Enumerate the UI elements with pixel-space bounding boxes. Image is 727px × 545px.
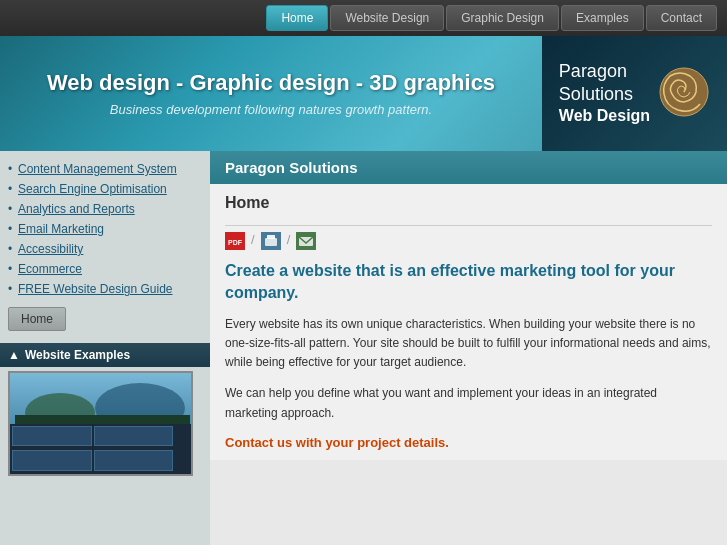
sidebar-link-accessibility[interactable]: Accessibility bbox=[0, 239, 210, 259]
content-action-icons: PDF / / bbox=[225, 232, 712, 250]
main-area: Content Management System Search Engine … bbox=[0, 151, 727, 545]
header-logo: Paragon Solutions Web Design bbox=[542, 36, 727, 151]
nav-tab-contact[interactable]: Contact bbox=[646, 5, 717, 31]
content-paragraph-2: We can help you define what you want and… bbox=[225, 384, 712, 422]
header-text-area: Web design - Graphic design - 3D graphic… bbox=[0, 60, 542, 127]
thumb-block-2 bbox=[94, 426, 174, 447]
examples-header-label: Website Examples bbox=[25, 348, 130, 362]
sidebar-link-email[interactable]: Email Marketing bbox=[0, 219, 210, 239]
logo-spiral-icon bbox=[658, 66, 710, 121]
separator-slash-1: / bbox=[251, 232, 255, 250]
thumb-block-3 bbox=[12, 450, 92, 471]
content-body: Home PDF / / Create a website that is an… bbox=[210, 184, 727, 460]
content-section-header: Paragon Solutions bbox=[210, 151, 727, 184]
divider bbox=[225, 225, 712, 226]
content-area: Paragon Solutions Home PDF / / Create a … bbox=[210, 151, 727, 545]
svg-rect-4 bbox=[15, 415, 190, 424]
sidebar-link-ecommerce[interactable]: Ecommerce bbox=[0, 259, 210, 279]
logo-paragon: Paragon bbox=[559, 60, 650, 83]
content-headline: Create a website that is an effective ma… bbox=[225, 260, 712, 305]
website-examples-header: ▲ Website Examples bbox=[0, 343, 210, 367]
print-icon[interactable] bbox=[261, 232, 281, 250]
header-banner: Web design - Graphic design - 3D graphic… bbox=[0, 36, 727, 151]
thumb-block-1 bbox=[12, 426, 92, 447]
example-thumbnail[interactable] bbox=[8, 371, 193, 476]
content-cta[interactable]: Contact us with your project details. bbox=[225, 435, 712, 450]
nav-tab-graphic-design[interactable]: Graphic Design bbox=[446, 5, 559, 31]
nav-tab-home[interactable]: Home bbox=[266, 5, 328, 31]
svg-text:PDF: PDF bbox=[228, 239, 243, 246]
separator-slash-2: / bbox=[287, 232, 291, 250]
section-title-text: Paragon Solutions bbox=[225, 159, 358, 176]
thumbnail-bottom bbox=[10, 424, 191, 475]
sidebar-links-list: Content Management System Search Engine … bbox=[0, 159, 210, 299]
thumbnail-top bbox=[10, 373, 191, 424]
logo-inner: Paragon Solutions Web Design bbox=[559, 60, 710, 128]
nav-tab-examples[interactable]: Examples bbox=[561, 5, 644, 31]
svg-rect-9 bbox=[267, 235, 275, 239]
sidebar-link-free-guide[interactable]: FREE Website Design Guide bbox=[0, 279, 210, 299]
email-icon[interactable] bbox=[296, 232, 316, 250]
logo-webdesign: Web Design bbox=[559, 106, 650, 127]
thumbnail-inner bbox=[10, 373, 191, 474]
pdf-icon[interactable]: PDF bbox=[225, 232, 245, 250]
top-navigation: Home Website Design Graphic Design Examp… bbox=[0, 0, 727, 36]
page-title: Home bbox=[225, 194, 712, 217]
svg-rect-8 bbox=[265, 238, 277, 246]
content-paragraph-1: Every website has its own unique charact… bbox=[225, 315, 712, 373]
header-title: Web design - Graphic design - 3D graphic… bbox=[20, 70, 522, 96]
person-icon: ▲ bbox=[8, 348, 20, 362]
sidebar-home-button[interactable]: Home bbox=[8, 307, 66, 331]
sidebar: Content Management System Search Engine … bbox=[0, 151, 210, 545]
sidebar-link-seo[interactable]: Search Engine Optimisation bbox=[0, 179, 210, 199]
nav-tab-website-design[interactable]: Website Design bbox=[330, 5, 444, 31]
logo-solutions: Solutions bbox=[559, 83, 650, 106]
header-subtitle: Business development following natures g… bbox=[20, 102, 522, 117]
sidebar-link-analytics[interactable]: Analytics and Reports bbox=[0, 199, 210, 219]
logo-text: Paragon Solutions Web Design bbox=[559, 60, 650, 128]
sidebar-link-cms[interactable]: Content Management System bbox=[0, 159, 210, 179]
thumb-block-4 bbox=[94, 450, 174, 471]
